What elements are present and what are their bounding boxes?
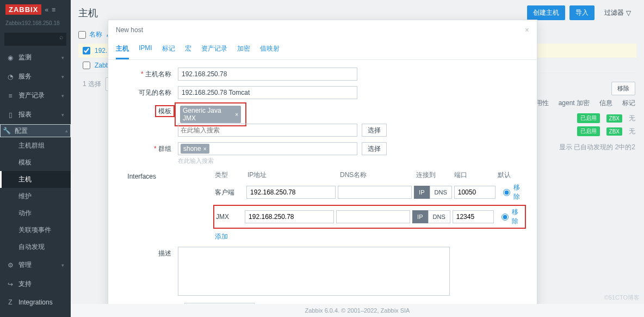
label-visname: 可见的名称 [119, 86, 171, 97]
remove-tag-icon[interactable]: × [235, 112, 238, 118]
if-remove-link[interactable]: 移除 [513, 183, 526, 202]
conn-ip-button[interactable]: IP [412, 210, 428, 223]
template-tag[interactable]: Generic Java JMX× [180, 106, 241, 123]
if-dns-input[interactable] [336, 210, 410, 223]
if-ip-input[interactable] [246, 186, 336, 199]
col-default: 默认 [498, 170, 519, 180]
close-icon[interactable]: × [525, 26, 529, 34]
col-dns: DNS名称 [340, 170, 416, 180]
interface-row-agent: 客户端 IPDNS 移除 [156, 183, 526, 202]
conn-dns-button[interactable]: DNS [430, 186, 452, 199]
group-tag[interactable]: shone× [181, 144, 209, 154]
if-dns-input[interactable] [338, 186, 412, 199]
tab-macros[interactable]: 宏 [185, 40, 191, 59]
footer: Zabbix 6.0.4. © 2001–2022, Zabbix SIA [71, 304, 644, 317]
conn-ip-button[interactable]: IP [414, 186, 429, 199]
label-hostname: 主机名称 [119, 68, 171, 79]
interface-row-jmx: JMX IPDNS 移除 [213, 205, 526, 229]
col-ip: IP地址 [247, 170, 340, 180]
col-conn: 连接到 [416, 170, 454, 180]
add-interface-link[interactable]: 添加 [215, 233, 228, 240]
group-select-button[interactable]: 选择 [362, 142, 387, 155]
tab-host[interactable]: 主机 [116, 40, 129, 59]
hostname-input[interactable] [178, 68, 357, 81]
new-host-modal: New host × 主机 IPMI 标记 宏 资产记录 加密 值映射 主机名称… [108, 20, 537, 317]
if-default-radio[interactable] [501, 214, 509, 221]
if-port-input[interactable] [453, 210, 494, 223]
template-search[interactable] [181, 126, 355, 134]
group-hint: 在此输入搜索 [178, 157, 357, 165]
col-type: 类型 [215, 170, 247, 180]
visname-input[interactable] [178, 86, 357, 99]
if-type: JMX [216, 213, 245, 221]
tab-tags[interactable]: 标记 [162, 40, 175, 59]
if-type: 客户端 [215, 188, 246, 197]
if-default-radio[interactable] [503, 189, 510, 196]
label-templates: 模板 [119, 105, 171, 116]
tab-encryption[interactable]: 加密 [237, 40, 250, 59]
label-desc: 描述 [119, 247, 171, 258]
col-port: 端口 [454, 170, 498, 180]
modal-tabs: 主机 IPMI 标记 宏 资产记录 加密 值映射 [108, 40, 537, 60]
tab-ipmi[interactable]: IPMI [139, 40, 152, 59]
if-remove-link[interactable]: 移除 [512, 208, 523, 226]
desc-textarea[interactable] [178, 247, 450, 296]
template-select-button[interactable]: 选择 [362, 124, 387, 137]
remove-tag-icon[interactable]: × [203, 146, 207, 152]
watermark: ©51CTO博客 [604, 294, 640, 302]
tab-valuemap[interactable]: 值映射 [260, 40, 280, 59]
modal-title: New host [116, 26, 143, 34]
if-port-input[interactable] [454, 186, 496, 199]
conn-dns-button[interactable]: DNS [428, 210, 450, 223]
label-interfaces: Interfaces [119, 170, 156, 180]
if-ip-input[interactable] [245, 210, 334, 223]
label-groups: 群组 [119, 142, 171, 154]
tab-inventory[interactable]: 资产记录 [201, 40, 227, 59]
